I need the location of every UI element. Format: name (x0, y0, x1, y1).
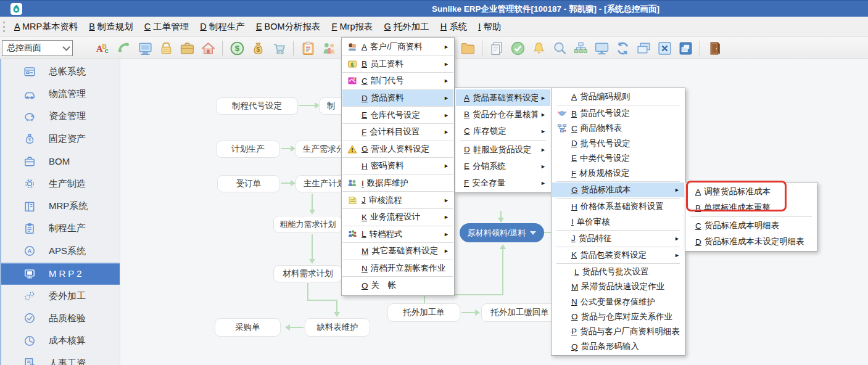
menu-mrp-report[interactable]: F Mrp报表 (326, 21, 379, 33)
home-icon[interactable] (199, 39, 217, 57)
close-window-icon[interactable] (655, 39, 674, 57)
menu-process-production[interactable]: D 制程生产 (194, 21, 250, 33)
menu-item-employee-data[interactable]: $B员工资料► (342, 56, 453, 73)
sidebar-item-costing[interactable]: 成本核算 (1, 330, 120, 352)
menu-item-unit-price-audit[interactable]: I单价审核 (552, 215, 684, 229)
menu-item-transfer-program[interactable]: L转档程式► (342, 226, 453, 244)
restore-window-icon[interactable] (676, 39, 695, 57)
menu-item-goods-code-batch[interactable]: L货品代号批次设置 (552, 265, 684, 279)
menu-system[interactable]: H 系统 (435, 21, 473, 33)
menu-item-database-maintenance[interactable]: I数据库维护 (342, 175, 453, 192)
menu-item-goods-packing[interactable]: K货品包装资料设定► (552, 248, 684, 263)
abc-icon[interactable]: ABc (94, 39, 112, 57)
menu-item-mid-class-code[interactable]: E中类代号设定 (552, 151, 684, 166)
menu-item-distribution-system[interactable]: E分销系统► (456, 158, 550, 174)
sidebar-item-mrp-system[interactable]: MRP系统 (1, 195, 120, 217)
refresh-icon[interactable] (613, 39, 632, 57)
menu-item-adjust-standard-cost[interactable]: A调整货品标准成本 (686, 184, 816, 200)
material-issue-return-button[interactable]: 原材料领料/退料 (460, 223, 544, 242)
exit-door-icon[interactable] (705, 39, 724, 57)
sidebar-item-logistics[interactable]: 物流管理 (1, 83, 120, 105)
menu-item-audit-flow[interactable]: J审核流程► (342, 192, 453, 209)
money-bag-icon[interactable]: $ (249, 39, 267, 57)
check-circle-icon[interactable] (508, 39, 527, 57)
menu-item-goods-basic-setting[interactable]: A货品基础资料设定► (456, 89, 550, 106)
briefcase-icon[interactable] (178, 39, 196, 57)
clipboard-icon[interactable] (299, 39, 317, 57)
sidebar-item-bom[interactable]: BOM (1, 150, 120, 173)
family-icon[interactable] (320, 39, 338, 57)
monitor-icon[interactable] (592, 39, 611, 57)
menu-item-standard-cost-unset-detail[interactable]: D货品标准成本未设定明细表 (686, 234, 816, 250)
menu-item-accounting-subjects[interactable]: F会计科目设置► (342, 124, 453, 141)
sidebar-item-aps[interactable]: AAPS系统 (1, 240, 120, 262)
sidebar-item-quality[interactable]: 品质检验 (1, 307, 120, 329)
flow-node-outsource-order[interactable]: 托外加工单 (387, 303, 460, 322)
bell-icon[interactable] (529, 39, 548, 57)
phone-icon[interactable] (115, 39, 133, 57)
menu-item-formula-variable[interactable]: N公式变量保存值维护 (552, 294, 684, 309)
flow-node-material-requirement-plan[interactable]: 材料需求计划 (273, 265, 342, 282)
shopping-cart-icon[interactable] (270, 39, 288, 57)
flow-node-process-code-setting[interactable]: 制程代号设定 (216, 97, 298, 115)
sidebar-item-funds[interactable]: 资金管理 (1, 105, 120, 128)
flow-connector (307, 300, 337, 301)
menu-item-doc-standard-cost-rebuild[interactable]: B单据标准成本重整 (686, 200, 816, 216)
menu-item-goods-customer-detail[interactable]: P货品与客户厂商资料明细表 (552, 324, 684, 339)
menu-item-business-process-design[interactable]: K业务流程设计► (342, 209, 453, 226)
menu-item-goods-code-rule[interactable]: A货品编码规则 (552, 89, 684, 104)
search-icon[interactable] (550, 39, 569, 57)
menu-item-shoe-apparel-goods[interactable]: D鞋服业货品设定► (456, 141, 550, 158)
menu-mrp-basic[interactable]: A MRP基本资料 (9, 21, 83, 33)
menu-item-stagnant-goods[interactable]: M呆滞货品快速设定作业 (552, 279, 684, 294)
menu-item-safety-stock[interactable]: F安全存量► (456, 174, 550, 191)
menu-item-close-account[interactable]: O关 帐 (342, 277, 453, 294)
computer-icon[interactable] (136, 39, 154, 57)
sidebar-item-fixed-assets[interactable]: $固定资产 (1, 128, 120, 150)
menu-item-goods-features[interactable]: J货品特征► (552, 231, 684, 246)
org-chart-icon[interactable] (571, 39, 590, 57)
menu-item-department-code[interactable]: C部门代号► (342, 73, 453, 90)
view-selector[interactable]: 总控画面 (2, 40, 73, 56)
flow-node-purchase-order[interactable]: 采购单 (215, 318, 281, 337)
menu-bom-report[interactable]: E BOM分析报表 (250, 21, 326, 33)
menu-item-warehouse-code[interactable]: E仓库代号设定► (342, 107, 453, 124)
menu-item-other-basic-data[interactable]: M其它基础资料设定► (342, 243, 453, 260)
menu-item-goods-warehouse-qty[interactable]: B货品分仓存量核算► (456, 106, 550, 123)
menu-item-inventory-lock[interactable]: C库存锁定► (456, 123, 550, 139)
menu-manufacture-plan[interactable]: B 制造规划 (83, 21, 139, 33)
menu-workorder[interactable]: C 工单管理 (139, 21, 195, 33)
menu-outsourcing[interactable]: G 托外加工 (378, 21, 434, 33)
sidebar-item-hr-payroll[interactable]: 人事工资 (1, 352, 120, 365)
documents-icon[interactable] (487, 39, 506, 57)
sidebar-item-general-ledger[interactable]: 总帐系统 (1, 60, 120, 83)
sidebar-item-manufacturing[interactable]: 生产制造 (1, 173, 120, 195)
menu-item-goods-warehouse-mapping[interactable]: O货品与仓库对应关系作业 (552, 310, 684, 324)
menu-item-material-spec[interactable]: F材质规格设定 (552, 166, 684, 181)
lock-icon[interactable] (157, 39, 175, 57)
menu-item-goods-id-setting[interactable]: B货品代号设定 (552, 106, 684, 121)
menu-item-salesperson-data[interactable]: G营业人资料设定 (342, 141, 453, 158)
menu-item-goods-data[interactable]: D货品资料► (342, 90, 453, 107)
sidebar-item-mrp2[interactable]: MRP2 (1, 263, 120, 285)
menu-item-price-system-basic[interactable]: H价格体系基础资料设置 (552, 199, 684, 214)
menu-item-standard-cost-detail[interactable]: C货品标准成本明细表 (686, 218, 816, 234)
menu-item-password-data[interactable]: H密码资料► (342, 158, 453, 175)
sidebar-item-outsourcing[interactable]: 委外加工 (1, 285, 120, 307)
menu-item-batch-code-setting[interactable]: D批号代号设定 (552, 136, 684, 151)
flow-node-plan-production[interactable]: 计划生产 (216, 141, 280, 158)
menu-item-goods-standard-cost[interactable]: G货品标准成本► (552, 182, 684, 197)
flow-node-rough-capacity-plan[interactable]: 粗能力需求计划 (273, 216, 342, 233)
menu-help[interactable]: I 帮助 (473, 21, 506, 33)
menu-item-customer-vendor-data[interactable]: A客户/厂商资料► (342, 39, 453, 56)
folder-icon[interactable] (458, 39, 477, 57)
dollar-coin-icon[interactable]: $ (228, 39, 246, 57)
flow-node-outsource-return[interactable]: 托外加工缴回单 (481, 303, 558, 322)
menu-item-product-bom[interactable]: C商品物料表 (552, 121, 684, 136)
cascade-windows-icon[interactable] (634, 39, 653, 57)
flow-node-sales-order[interactable]: 受订单 (217, 175, 280, 192)
menu-item-goods-barcode-input[interactable]: Q货品条形码输入 (552, 339, 684, 354)
flow-node-shortage-table[interactable]: 缺料表维护 (305, 318, 370, 337)
menu-item-clear-new-account[interactable]: N清档开立新帐套作业 (342, 260, 453, 277)
sidebar-item-process-production[interactable]: 制程生产 (1, 218, 120, 240)
